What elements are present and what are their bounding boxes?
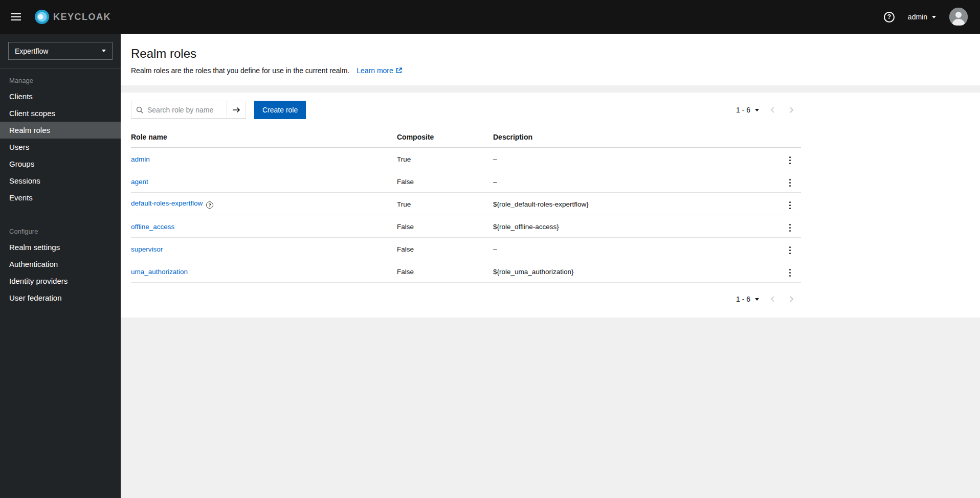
composite-value: False xyxy=(397,170,493,193)
pagination-top: 1 - 6 xyxy=(732,104,801,116)
search-submit-button[interactable] xyxy=(227,101,246,119)
roles-card: Create role 1 - 6 xyxy=(121,93,980,318)
card-footer: 1 - 6 xyxy=(131,286,801,305)
help-icon[interactable]: ? xyxy=(206,201,213,209)
row-kebab-menu-button[interactable] xyxy=(783,267,797,279)
masthead-right: ? admin xyxy=(884,8,968,26)
chevron-down-icon xyxy=(755,109,759,111)
masthead: KEYCLOAK ? admin xyxy=(0,0,980,34)
chevron-down-icon xyxy=(932,16,936,18)
sidebar-item-user-federation[interactable]: User federation xyxy=(0,289,121,306)
toolbar: Create role 1 - 6 xyxy=(131,101,801,119)
sidebar-item-events[interactable]: Events xyxy=(0,189,121,206)
composite-value: False xyxy=(397,238,493,260)
sidebar-item-client-scopes[interactable]: Client scopes xyxy=(0,105,121,122)
sidebar-item-sessions[interactable]: Sessions xyxy=(0,172,121,189)
sidebar-item-clients[interactable]: Clients xyxy=(0,88,121,105)
roles-table: Role name Composite Description admin Tr… xyxy=(131,126,801,283)
row-kebab-menu-button[interactable] xyxy=(783,199,797,211)
row-kebab-menu-button[interactable] xyxy=(783,177,797,189)
page-title: Realm roles xyxy=(131,47,970,61)
pagination-range-label: 1 - 6 xyxy=(736,106,750,114)
pagination-bottom: 1 - 6 xyxy=(732,293,801,305)
sidebar-item-users[interactable]: Users xyxy=(0,139,121,155)
realm-selector[interactable]: Expertflow xyxy=(8,42,113,60)
sidebar-item-authentication[interactable]: Authentication xyxy=(0,256,121,273)
sidebar-section-title: Configure xyxy=(0,219,121,239)
brand-text: KEYCLOAK xyxy=(53,12,111,22)
chevron-left-icon xyxy=(770,296,775,303)
sidebar-section-title: Manage xyxy=(0,69,121,88)
sidebar-item-realm-settings[interactable]: Realm settings xyxy=(0,239,121,256)
learn-more-link[interactable]: Learn more xyxy=(357,66,402,75)
external-link-icon xyxy=(396,67,402,74)
sidebar: Expertflow Manage Clients Client scopes … xyxy=(0,34,121,498)
role-name-link[interactable]: offline_access xyxy=(131,223,174,231)
composite-value: True xyxy=(397,193,493,215)
description-value: ${role_uma_authorization} xyxy=(493,260,778,283)
arrow-right-icon xyxy=(232,106,240,114)
search-group xyxy=(131,101,246,119)
pagination-range-label: 1 - 6 xyxy=(736,295,750,303)
user-menu-label: admin xyxy=(908,13,927,21)
chevron-right-icon xyxy=(789,106,794,114)
table-header-row: Role name Composite Description xyxy=(131,126,801,148)
column-header-role-name: Role name xyxy=(131,126,397,148)
description-value: – xyxy=(493,238,778,260)
keycloak-logo-icon xyxy=(34,9,50,25)
avatar[interactable] xyxy=(949,8,968,26)
table-row: admin True – xyxy=(131,148,801,170)
chevron-left-icon xyxy=(770,106,775,114)
page-description-text: Realm roles are the roles that you defin… xyxy=(131,66,349,75)
brand: KEYCLOAK xyxy=(34,9,111,25)
role-name-link[interactable]: admin xyxy=(131,155,150,163)
pagination-range-toggle[interactable]: 1 - 6 xyxy=(732,104,763,116)
description-value: – xyxy=(493,148,778,170)
chevron-right-icon xyxy=(789,296,794,303)
page-header: Realm roles Realm roles are the roles th… xyxy=(121,34,980,85)
column-header-actions xyxy=(778,126,801,148)
user-menu[interactable]: admin xyxy=(908,13,936,21)
create-role-button[interactable]: Create role xyxy=(254,101,306,119)
sidebar-section-manage: Manage Clients Client scopes Realm roles… xyxy=(0,69,121,206)
column-header-description: Description xyxy=(493,126,778,148)
sidebar-item-identity-providers[interactable]: Identity providers xyxy=(0,273,121,289)
column-header-composite: Composite xyxy=(397,126,493,148)
description-value: ${role_default-roles-expertflow} xyxy=(493,193,778,215)
sidebar-item-realm-roles[interactable]: Realm roles xyxy=(0,122,121,139)
realm-selector-value: Expertflow xyxy=(15,47,48,55)
nav-toggle-button[interactable] xyxy=(8,9,24,25)
row-kebab-menu-button[interactable] xyxy=(783,222,797,234)
table-row: offline_access False ${role_offline-acce… xyxy=(131,215,801,238)
row-kebab-menu-button[interactable] xyxy=(783,244,797,256)
realm-selector-wrap: Expertflow xyxy=(0,42,121,69)
table-row: default-roles-expertflow? True ${role_de… xyxy=(131,193,801,215)
role-name-link[interactable]: supervisor xyxy=(131,245,163,253)
pagination-range-toggle[interactable]: 1 - 6 xyxy=(732,293,763,305)
role-name-link[interactable]: default-roles-expertflow xyxy=(131,199,203,207)
row-kebab-menu-button[interactable] xyxy=(783,154,797,166)
sidebar-item-groups[interactable]: Groups xyxy=(0,155,121,172)
pagination-next-button[interactable] xyxy=(782,104,801,116)
hamburger-icon xyxy=(11,13,21,14)
role-name-link[interactable]: uma_authorization xyxy=(131,268,188,276)
description-value: ${role_offline-access} xyxy=(493,215,778,238)
table-row: supervisor False – xyxy=(131,238,801,260)
table-row: agent False – xyxy=(131,170,801,193)
help-icon[interactable]: ? xyxy=(884,12,895,22)
composite-value: False xyxy=(397,215,493,238)
pagination-prev-button[interactable] xyxy=(763,104,782,116)
search-input[interactable] xyxy=(131,101,227,119)
composite-value: True xyxy=(397,148,493,170)
main-content: Realm roles Realm roles are the roles th… xyxy=(121,34,980,498)
pagination-next-button[interactable] xyxy=(782,293,801,305)
composite-value: False xyxy=(397,260,493,283)
page-description: Realm roles are the roles that you defin… xyxy=(131,66,970,75)
description-value: – xyxy=(493,170,778,193)
pagination-prev-button[interactable] xyxy=(763,293,782,305)
table-row: uma_authorization False ${role_uma_autho… xyxy=(131,260,801,283)
learn-more-label: Learn more xyxy=(357,66,393,75)
chevron-down-icon xyxy=(755,298,759,301)
role-name-link[interactable]: agent xyxy=(131,178,148,186)
sidebar-section-configure: Configure Realm settings Authentication … xyxy=(0,219,121,306)
